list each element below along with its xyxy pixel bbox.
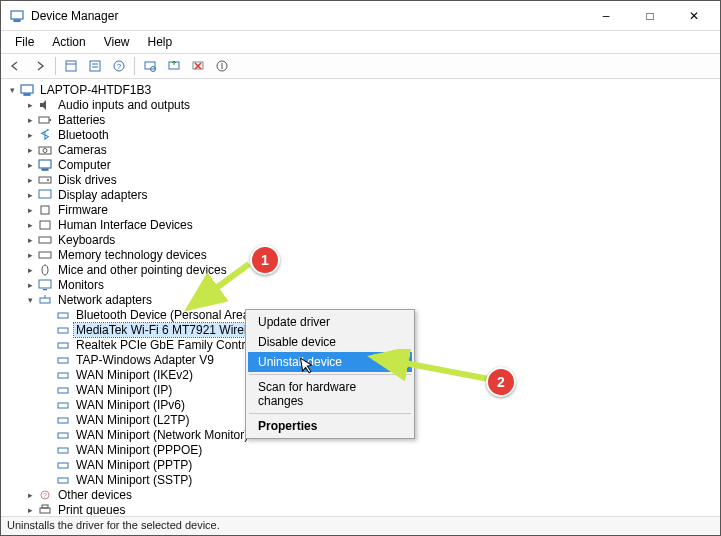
category-keyboards[interactable]: ▸Keyboards <box>6 232 719 247</box>
printer-icon <box>37 503 53 516</box>
category-printq[interactable]: ▸Print queues <box>6 502 719 515</box>
expand-icon[interactable]: ▸ <box>24 249 36 261</box>
disable-button[interactable] <box>211 55 233 77</box>
menu-action[interactable]: Action <box>44 33 93 51</box>
collapse-icon[interactable]: ▾ <box>24 294 36 306</box>
svg-rect-21 <box>42 169 48 170</box>
svg-rect-37 <box>58 358 68 363</box>
maximize-button[interactable]: □ <box>628 1 672 31</box>
svg-rect-38 <box>58 373 68 378</box>
svg-rect-1 <box>14 20 20 21</box>
ctx-scan-hardware[interactable]: Scan for hardware changes <box>248 377 412 411</box>
ctx-update-driver[interactable]: Update driver <box>248 312 412 332</box>
category-network[interactable]: ▾Network adapters <box>6 292 719 307</box>
app-icon <box>9 8 25 24</box>
context-menu: Update driver Disable device Uninstall d… <box>245 309 415 439</box>
expand-icon[interactable]: ▸ <box>24 159 36 171</box>
device-wan-pptp[interactable]: WAN Miniport (PPTP) <box>6 457 719 472</box>
expand-icon[interactable]: ▸ <box>24 114 36 126</box>
properties-button[interactable] <box>84 55 106 77</box>
category-other[interactable]: ▸?Other devices <box>6 487 719 502</box>
show-hidden-button[interactable] <box>60 55 82 77</box>
menubar: File Action View Help <box>1 31 720 53</box>
category-monitors[interactable]: ▸Monitors <box>6 277 719 292</box>
expand-icon[interactable]: ▸ <box>24 204 36 216</box>
category-audio[interactable]: ▸Audio inputs and outputs <box>6 97 719 112</box>
expand-icon[interactable]: ▸ <box>24 174 36 186</box>
status-text: Uninstalls the driver for the selected d… <box>7 519 220 531</box>
svg-rect-43 <box>58 448 68 453</box>
category-mice[interactable]: ▸Mice and other pointing devices <box>6 262 719 277</box>
expand-icon[interactable]: ▸ <box>24 504 36 516</box>
mouse-icon <box>37 263 53 277</box>
category-firmware[interactable]: ▸Firmware <box>6 202 719 217</box>
svg-rect-49 <box>42 505 48 508</box>
network-adapter-icon <box>55 413 71 427</box>
minimize-button[interactable]: – <box>584 1 628 31</box>
tree-root[interactable]: ▾ LAPTOP-4HTDF1B3 <box>6 82 719 97</box>
svg-rect-4 <box>90 61 100 71</box>
network-adapter-icon <box>55 428 71 442</box>
category-memory[interactable]: ▸Memory technology devices <box>6 247 719 262</box>
ctx-disable-device[interactable]: Disable device <box>248 332 412 352</box>
other-icon: ? <box>37 488 53 502</box>
close-button[interactable]: ✕ <box>672 1 716 31</box>
category-disk[interactable]: ▸Disk drives <box>6 172 719 187</box>
ctx-separator <box>249 413 411 414</box>
camera-icon <box>37 143 53 157</box>
ctx-properties[interactable]: Properties <box>248 416 412 436</box>
expand-icon[interactable]: ▸ <box>24 219 36 231</box>
category-cameras[interactable]: ▸Cameras <box>6 142 719 157</box>
svg-rect-40 <box>58 403 68 408</box>
menu-view[interactable]: View <box>96 33 138 51</box>
network-adapter-icon <box>55 353 71 367</box>
device-wan-sstp[interactable]: WAN Miniport (SSTP) <box>6 472 719 487</box>
annotation-badge-1: 1 <box>250 245 280 275</box>
category-hid[interactable]: ▸Human Interface Devices <box>6 217 719 232</box>
collapse-icon[interactable]: ▾ <box>6 84 18 96</box>
help-button[interactable]: ? <box>108 55 130 77</box>
uninstall-button[interactable] <box>187 55 209 77</box>
forward-button[interactable] <box>29 55 51 77</box>
menu-file[interactable]: File <box>7 33 42 51</box>
expand-icon[interactable]: ▸ <box>24 234 36 246</box>
back-button[interactable] <box>5 55 27 77</box>
svg-rect-44 <box>58 463 68 468</box>
svg-rect-9 <box>145 62 155 69</box>
expand-icon[interactable]: ▸ <box>24 489 36 501</box>
svg-rect-31 <box>43 289 47 290</box>
scan-hardware-button[interactable] <box>139 55 161 77</box>
update-driver-button[interactable] <box>163 55 185 77</box>
svg-rect-35 <box>58 328 68 333</box>
svg-rect-26 <box>40 221 50 229</box>
menu-help[interactable]: Help <box>140 33 181 51</box>
category-bluetooth[interactable]: ▸Bluetooth <box>6 127 719 142</box>
device-wan-pppoe[interactable]: WAN Miniport (PPPOE) <box>6 442 719 457</box>
expand-icon[interactable]: ▸ <box>24 144 36 156</box>
svg-rect-0 <box>11 11 23 19</box>
svg-point-29 <box>42 265 48 275</box>
expand-icon[interactable]: ▸ <box>24 279 36 291</box>
svg-rect-22 <box>39 177 51 183</box>
device-tree-container[interactable]: ▾ LAPTOP-4HTDF1B3 ▸Audio inputs and outp… <box>2 80 719 515</box>
category-display[interactable]: ▸Display adapters <box>6 187 719 202</box>
ctx-uninstall-device[interactable]: Uninstall device <box>248 352 412 372</box>
statusbar: Uninstalls the driver for the selected d… <box>1 516 720 535</box>
network-icon <box>37 293 53 307</box>
expand-icon[interactable]: ▸ <box>24 129 36 141</box>
expand-icon[interactable]: ▸ <box>24 99 36 111</box>
svg-rect-27 <box>39 237 51 243</box>
computer-icon <box>19 83 35 97</box>
svg-rect-45 <box>58 478 68 483</box>
category-computer[interactable]: ▸Computer <box>6 157 719 172</box>
disk-icon <box>37 173 53 187</box>
category-batteries[interactable]: ▸Batteries <box>6 112 719 127</box>
svg-text:?: ? <box>43 492 47 499</box>
svg-rect-48 <box>40 508 50 513</box>
annotation-badge-2: 2 <box>486 367 516 397</box>
audio-icon <box>37 98 53 112</box>
svg-rect-39 <box>58 388 68 393</box>
expand-icon[interactable]: ▸ <box>24 264 36 276</box>
ctx-separator <box>249 374 411 375</box>
expand-icon[interactable]: ▸ <box>24 189 36 201</box>
